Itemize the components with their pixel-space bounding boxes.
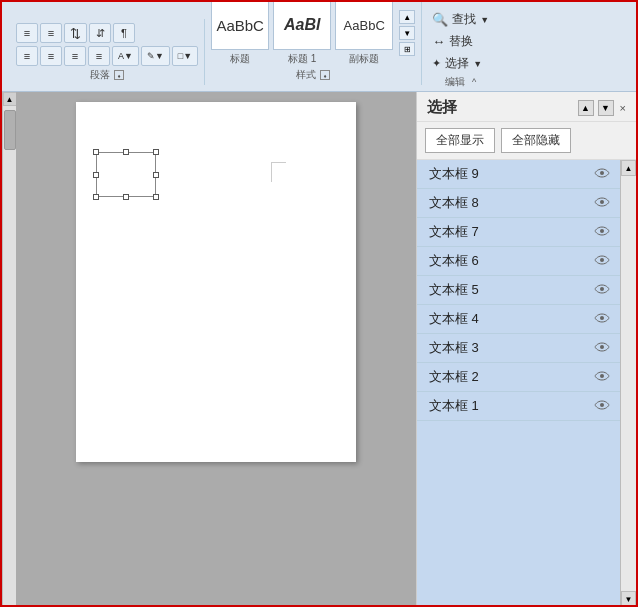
main-area: ▲ 选择 ▲ xyxy=(2,92,636,607)
handle-bl[interactable] xyxy=(93,194,99,200)
eye-icon[interactable] xyxy=(594,371,610,383)
align-left-btn[interactable]: ≡ xyxy=(16,46,38,66)
replace-label: 替换 xyxy=(449,33,473,50)
eye-icon[interactable] xyxy=(594,197,610,209)
panel-list-item[interactable]: 文本框 9 xyxy=(417,160,620,189)
svg-point-4 xyxy=(600,287,604,291)
panel-scroll-down[interactable]: ▼ xyxy=(621,591,636,607)
indent-decrease-btn[interactable]: ≡ xyxy=(16,23,38,43)
show-all-btn[interactable]: 全部显示 xyxy=(425,128,495,153)
replace-icon: ↔ xyxy=(432,34,445,49)
text-box-element[interactable] xyxy=(96,152,156,197)
styles-section: AaBbC 标题 AaBl 标题 1 AaBbC 副标题 ▲ ▼ ⊞ 样式 xyxy=(205,0,422,85)
styles-scroll-down[interactable]: ▼ xyxy=(399,26,415,40)
style-item-fubiaoti[interactable]: AaBbC 副标题 xyxy=(335,0,393,66)
svg-point-2 xyxy=(600,229,604,233)
style-item-biaoti1[interactable]: AaBl 标题 1 xyxy=(273,0,331,66)
scroll-up-arrow[interactable]: ▲ xyxy=(3,92,17,106)
styles-label: 样式 xyxy=(296,68,316,82)
find-btn[interactable]: 🔍 查找 ▼ xyxy=(430,10,494,29)
align-right-btn[interactable]: ≡ xyxy=(64,46,86,66)
panel-controls: ▲ ▼ × xyxy=(578,100,626,116)
selection-panel: 选择 ▲ ▼ × 全部显示 全部隐藏 文本框 9文本框 8文本框 7文本框 6文… xyxy=(416,92,636,607)
paragraph-row1: ≡ ≡ ⇅ ⇵ ¶ xyxy=(16,23,198,43)
styles-expand-btn[interactable]: ⬧ xyxy=(320,70,330,80)
paragraph-section: ≡ ≡ ⇅ ⇵ ¶ ≡ ≡ ≡ ≡ A▼ ✎▼ □▼ 段落 ⬧ xyxy=(10,19,205,85)
eye-icon[interactable] xyxy=(594,168,610,180)
svg-point-0 xyxy=(600,171,604,175)
binoculars-icon: 🔍 xyxy=(432,12,448,27)
editing-footer: 编辑 ^ xyxy=(430,73,494,92)
svg-point-3 xyxy=(600,258,604,262)
svg-point-6 xyxy=(600,345,604,349)
border-btn[interactable]: □▼ xyxy=(172,46,198,66)
handle-bm[interactable] xyxy=(123,194,129,200)
handle-br[interactable] xyxy=(153,194,159,200)
vertical-scrollbar[interactable]: ▲ xyxy=(2,92,16,607)
panel-item-label: 文本框 4 xyxy=(429,310,479,328)
style-label-biaoti1: 标题 1 xyxy=(288,52,316,66)
editing-label: 编辑 xyxy=(445,75,465,89)
eye-icon[interactable] xyxy=(594,342,610,354)
page-guide-v xyxy=(271,162,272,182)
style-preview-fubiaoti: AaBbC xyxy=(335,0,393,50)
select-label: 选择 xyxy=(445,55,469,72)
panel-item-label: 文本框 6 xyxy=(429,252,479,270)
handle-tm[interactable] xyxy=(123,149,129,155)
panel-list-item[interactable]: 文本框 7 xyxy=(417,218,620,247)
indent-increase-btn[interactable]: ≡ xyxy=(40,23,62,43)
replace-btn[interactable]: ↔ 替换 xyxy=(430,32,494,51)
panel-list-item[interactable]: 文本框 1 xyxy=(417,392,620,421)
handle-ml[interactable] xyxy=(93,172,99,178)
document-area xyxy=(16,92,416,607)
svg-point-7 xyxy=(600,374,604,378)
paragraph-expand-btn[interactable]: ⬧ xyxy=(114,70,124,80)
show-hide-btn[interactable]: ¶ xyxy=(113,23,135,43)
column-btn[interactable]: A▼ xyxy=(112,46,139,66)
find-label: 查找 xyxy=(452,11,476,28)
eye-icon[interactable] xyxy=(594,313,610,325)
panel-list-item[interactable]: 文本框 5 xyxy=(417,276,620,305)
hide-all-btn[interactable]: 全部隐藏 xyxy=(501,128,571,153)
panel-list-item[interactable]: 文本框 3 xyxy=(417,334,620,363)
panel-list-wrapper: 文本框 9文本框 8文本框 7文本框 6文本框 5文本框 4文本框 3文本框 2… xyxy=(417,160,636,607)
styles-scroll: ▲ ▼ ⊞ xyxy=(399,10,415,56)
panel-scroll-up[interactable]: ▲ xyxy=(621,160,636,176)
scroll-thumb[interactable] xyxy=(4,110,16,150)
handle-mr[interactable] xyxy=(153,172,159,178)
align-center-btn[interactable]: ≡ xyxy=(40,46,62,66)
find-arrow-icon: ▼ xyxy=(480,15,489,25)
panel-down-btn[interactable]: ▼ xyxy=(598,100,614,116)
handle-tr[interactable] xyxy=(153,149,159,155)
eye-icon[interactable] xyxy=(594,284,610,296)
panel-close-btn[interactable]: × xyxy=(620,102,626,114)
panel-item-label: 文本框 2 xyxy=(429,368,479,386)
panel-up-btn[interactable]: ▲ xyxy=(578,100,594,116)
document-page xyxy=(76,102,356,462)
style-item-biaoti[interactable]: AaBbC 标题 xyxy=(211,0,269,66)
eye-icon[interactable] xyxy=(594,255,610,267)
panel-scroll: ▲ ▼ xyxy=(620,160,636,607)
justify-btn[interactable]: ≡ xyxy=(88,46,110,66)
panel-list-item[interactable]: 文本框 2 xyxy=(417,363,620,392)
select-btn[interactable]: ✦ 选择 ▼ xyxy=(430,54,494,73)
styles-scroll-up[interactable]: ▲ xyxy=(399,10,415,24)
editing-collapse-btn[interactable]: ^ xyxy=(469,77,479,87)
ribbon: ≡ ≡ ⇅ ⇵ ¶ ≡ ≡ ≡ ≡ A▼ ✎▼ □▼ 段落 ⬧ xyxy=(2,2,636,92)
svg-point-8 xyxy=(600,403,604,407)
style-label-fubiaoti: 副标题 xyxy=(349,52,379,66)
panel-list-item[interactable]: 文本框 6 xyxy=(417,247,620,276)
styles-scroll-more[interactable]: ⊞ xyxy=(399,42,415,56)
format-btn1[interactable]: ⇵ xyxy=(89,23,111,43)
panel-list-item[interactable]: 文本框 8 xyxy=(417,189,620,218)
handle-tl[interactable] xyxy=(93,149,99,155)
panel-list-item[interactable]: 文本框 4 xyxy=(417,305,620,334)
style-label-biaoti: 标题 xyxy=(230,52,250,66)
shading-btn[interactable]: ✎▼ xyxy=(141,46,170,66)
editing-section: 🔍 查找 ▼ ↔ 替换 ✦ 选择 ▼ 编辑 ^ xyxy=(422,6,502,85)
sort-btn[interactable]: ⇅ xyxy=(64,23,87,43)
panel-item-label: 文本框 8 xyxy=(429,194,479,212)
select-icon: ✦ xyxy=(432,57,441,70)
eye-icon[interactable] xyxy=(594,226,610,238)
eye-icon[interactable] xyxy=(594,400,610,412)
